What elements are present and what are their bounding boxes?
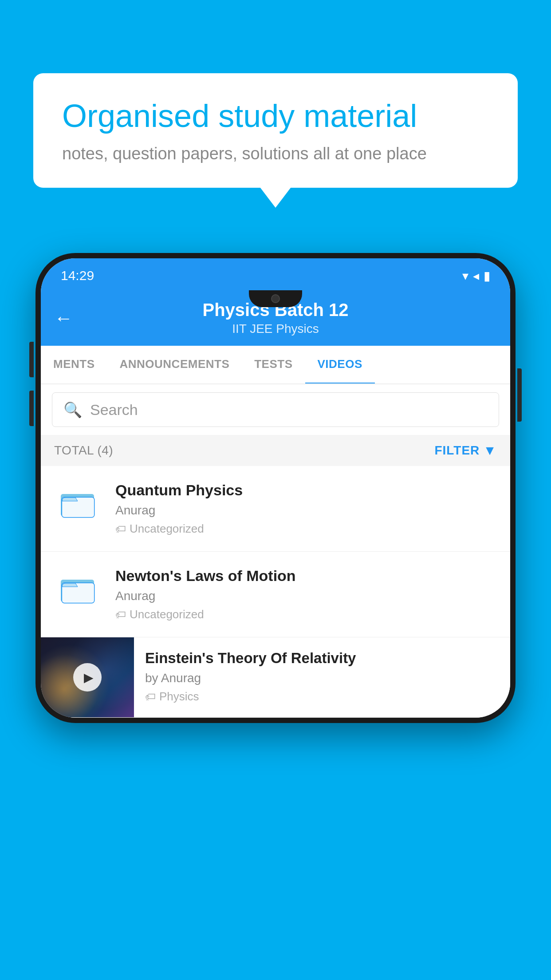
tab-tests[interactable]: TESTS [242, 346, 305, 383]
tag-label: Uncategorized [130, 522, 204, 536]
tag-icon: 🏷 [115, 609, 126, 621]
camera [271, 294, 280, 303]
video-author: Anurag [115, 503, 497, 518]
battery-icon: ▮ [484, 269, 490, 283]
phone-body: 14:29 ▾ ◂ ▮ ← Physics Batch 12 IIT JEE P… [35, 253, 516, 723]
tab-videos[interactable]: VIDEOS [305, 346, 375, 384]
folder-thumbnail [54, 482, 103, 522]
video-info: Einstein's Theory Of Relativity by Anura… [134, 637, 510, 716]
tab-bar: MENTS ANNOUNCEMENTS TESTS VIDEOS [41, 346, 510, 384]
power-button [517, 368, 522, 422]
status-bar: 14:29 ▾ ◂ ▮ [41, 258, 510, 290]
folder-thumbnail [54, 567, 103, 607]
filter-button[interactable]: FILTER ▼ [434, 443, 497, 458]
video-info: Newton's Laws of Motion Anurag 🏷 Uncateg… [115, 567, 497, 621]
back-button[interactable]: ← [54, 309, 73, 328]
notch [249, 290, 302, 307]
search-icon: 🔍 [63, 401, 82, 419]
filter-bar: TOTAL (4) FILTER ▼ [41, 435, 510, 466]
list-item[interactable]: Newton's Laws of Motion Anurag 🏷 Uncateg… [41, 552, 510, 637]
video-thumbnail: ▶ [41, 637, 134, 717]
header-subtitle: IIT JEE Physics [82, 322, 469, 336]
status-icons: ▾ ◂ ▮ [462, 269, 490, 283]
filter-label: FILTER [434, 443, 480, 458]
volume-down-button [29, 391, 34, 426]
video-info: Quantum Physics Anurag 🏷 Uncategorized [115, 482, 497, 536]
signal-icon: ◂ [473, 269, 479, 283]
speech-bubble-title: Organised study material [62, 98, 489, 134]
filter-icon: ▼ [483, 443, 497, 458]
content-area: Quantum Physics Anurag 🏷 Uncategorized [41, 466, 510, 718]
video-title: Newton's Laws of Motion [115, 567, 497, 585]
tab-ments[interactable]: MENTS [41, 346, 107, 383]
play-button[interactable]: ▶ [73, 663, 102, 692]
video-title: Einstein's Theory Of Relativity [145, 650, 499, 667]
tag-label: Physics [159, 690, 199, 703]
volume-up-button [29, 342, 34, 377]
video-title: Quantum Physics [115, 482, 497, 499]
video-tag: 🏷 Physics [145, 690, 499, 703]
speech-bubble: Organised study material notes, question… [33, 73, 518, 188]
list-item[interactable]: ▶ Einstein's Theory Of Relativity by Anu… [41, 637, 510, 718]
search-container: 🔍 Search [41, 384, 510, 435]
video-tag: 🏷 Uncategorized [115, 608, 497, 621]
wifi-icon: ▾ [462, 269, 468, 283]
status-time: 14:29 [61, 268, 94, 283]
speech-bubble-subtitle: notes, question papers, solutions all at… [62, 144, 489, 163]
list-item[interactable]: Quantum Physics Anurag 🏷 Uncategorized [41, 466, 510, 552]
video-author: Anurag [115, 589, 497, 603]
phone-screen: 14:29 ▾ ◂ ▮ ← Physics Batch 12 IIT JEE P… [41, 258, 510, 718]
tag-label: Uncategorized [130, 608, 204, 621]
total-count: TOTAL (4) [54, 443, 113, 458]
notch-area: 14:29 ▾ ◂ ▮ [41, 258, 510, 290]
search-placeholder: Search [90, 401, 138, 419]
tag-icon: 🏷 [115, 523, 126, 535]
folder-icon [59, 485, 98, 518]
video-author: by Anurag [145, 671, 499, 685]
search-bar[interactable]: 🔍 Search [52, 392, 499, 427]
folder-icon [59, 571, 98, 604]
phone: 14:29 ▾ ◂ ▮ ← Physics Batch 12 IIT JEE P… [35, 253, 516, 980]
tag-icon: 🏷 [145, 691, 156, 703]
video-tag: 🏷 Uncategorized [115, 522, 497, 536]
play-icon: ▶ [84, 670, 94, 685]
tab-announcements[interactable]: ANNOUNCEMENTS [107, 346, 242, 383]
